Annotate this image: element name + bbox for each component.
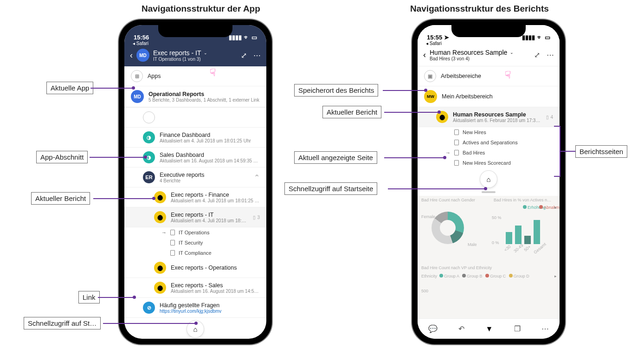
page-icon bbox=[454, 160, 459, 166]
callout: Aktuell angezeigte Seite bbox=[294, 151, 377, 164]
callout: Aktueller Bericht bbox=[31, 192, 90, 205]
status-time: 15:55 ➤ bbox=[427, 34, 449, 41]
report-bottom-toolbar: 💬 ↶ ▼ ❐ ⋯ bbox=[418, 318, 560, 339]
phone-app-nav: 15:56 ▮▮▮▮ ᯤ ▭ ◂ Safari ‹ MD Exec report… bbox=[119, 19, 272, 344]
drag-handle[interactable] bbox=[482, 191, 496, 193]
report-icon: ⬤ bbox=[154, 211, 166, 223]
report-icon: ⬤ bbox=[154, 262, 166, 274]
back-to-app[interactable]: ◂ Safari bbox=[418, 41, 560, 46]
my-workspace-row[interactable]: MW Mein Arbeitsbereich bbox=[418, 86, 560, 107]
page-icon bbox=[454, 140, 459, 145]
signal-icon: ▮▮▮▮ bbox=[229, 34, 242, 41]
report-page[interactable]: Actives and Separations bbox=[418, 137, 560, 148]
apps-icon: ⊞ bbox=[131, 70, 143, 82]
app-sub: 5 Berichte, 3 Dashboards, 1 Abschnitt, 1… bbox=[148, 97, 260, 103]
report-page[interactable]: IT Compliance bbox=[124, 248, 266, 258]
page-icon bbox=[454, 150, 459, 155]
link-icon: ⊘ bbox=[143, 302, 155, 314]
workspace-avatar: MW bbox=[424, 90, 437, 103]
report-page[interactable]: →IT Operations bbox=[124, 227, 266, 238]
more-icon[interactable]: ⋯ bbox=[541, 324, 549, 333]
signal-icon: ▮▮▮▮ bbox=[522, 34, 535, 41]
callout: Aktuelle App bbox=[46, 82, 93, 94]
comment-icon[interactable]: 💬 bbox=[428, 324, 438, 333]
nav-list: ▣ Arbeitsbereiche MW Mein Arbeitsbereich… bbox=[418, 66, 560, 318]
page-count-badge: ▯ 3 bbox=[253, 215, 260, 220]
dashboard-icon: ◑ bbox=[143, 131, 155, 143]
donut-chart bbox=[431, 212, 464, 244]
collapse-icon[interactable]: ⌃ bbox=[254, 173, 260, 182]
pages-icon[interactable]: ❐ bbox=[514, 324, 521, 333]
home-icon: ⌂ bbox=[193, 325, 197, 333]
header-title[interactable]: Exec reports - IT⌄ bbox=[153, 49, 237, 57]
workspaces-root-row[interactable]: ▣ Arbeitsbereiche bbox=[418, 66, 560, 86]
report-page[interactable]: New Hires Scorecard bbox=[418, 158, 560, 168]
app-header: ‹ MD Exec reports - IT⌄ IT Operations (1… bbox=[124, 46, 266, 66]
app-title: Operational Reports bbox=[148, 91, 260, 97]
back-icon[interactable]: ‹ bbox=[130, 51, 133, 60]
reset-icon[interactable]: ↶ bbox=[458, 324, 464, 333]
header-title[interactable]: Human Resources Sample⌄ bbox=[430, 49, 530, 56]
expand-icon[interactable]: ⤢ bbox=[534, 51, 540, 59]
status-icons: ▮▮▮▮ ᯤ ▭ bbox=[229, 34, 257, 41]
callout: Schnellzugriff auf St… bbox=[24, 317, 101, 329]
callout: Aktueller Bericht bbox=[322, 106, 381, 118]
current-page-arrow-icon: → bbox=[161, 230, 167, 235]
callout: App-Abschnitt bbox=[36, 151, 88, 163]
app-avatar: MD bbox=[131, 90, 144, 103]
battery-icon: ▭ bbox=[545, 34, 550, 41]
more-icon[interactable]: ⋯ bbox=[547, 51, 554, 59]
pointer-cursor-icon: ☟ bbox=[505, 69, 511, 81]
report-icon: ⬤ bbox=[154, 191, 166, 203]
status-icons: ▮▮▮▮ ᯤ ▭ bbox=[522, 34, 550, 41]
header-avatar: MD bbox=[136, 49, 149, 62]
list-item[interactable]: x bbox=[124, 107, 266, 128]
current-page-arrow-icon: → bbox=[445, 150, 451, 155]
callout: Schnellzugriff auf Startseite bbox=[284, 182, 377, 195]
list-item[interactable]: ⬤ Exec reports - Operations bbox=[124, 258, 266, 278]
home-icon: ⌂ bbox=[486, 175, 490, 183]
report-page[interactable]: New Hires bbox=[418, 127, 560, 137]
report-icon: ⬤ bbox=[154, 282, 166, 294]
callout: Berichtsseiten bbox=[575, 145, 627, 158]
section-row[interactable]: ER Executive reports4 Berichte ⌃ bbox=[124, 168, 266, 187]
apps-root-row[interactable]: ⊞ Apps bbox=[124, 66, 266, 86]
bar-chart bbox=[506, 216, 540, 244]
pointer-cursor-icon: ☟ bbox=[210, 67, 216, 79]
location-icon: ➤ bbox=[444, 34, 449, 41]
list-item[interactable]: ⬤ Exec reports - SalesAktualisiert am 16… bbox=[124, 278, 266, 298]
battery-icon: ▭ bbox=[251, 34, 257, 41]
section-avatar: ER bbox=[143, 171, 155, 183]
header-subtitle: IT Operations (1 von 3) bbox=[153, 57, 237, 62]
wifi-icon: ᯤ bbox=[244, 34, 250, 41]
report-page[interactable]: IT Security bbox=[124, 238, 266, 248]
status-time: 15:56 bbox=[134, 34, 149, 41]
back-icon[interactable]: ‹ bbox=[423, 50, 426, 60]
page-icon bbox=[170, 230, 175, 235]
report-page-current[interactable]: →Bad Hires bbox=[418, 148, 560, 158]
report-header: ‹ Human Resources Sample⌄ Bad Hires (3 v… bbox=[418, 46, 560, 66]
left-title: Navigationsstruktur der App bbox=[142, 4, 260, 14]
current-app-row[interactable]: MD Operational Reports 5 Berichte, 3 Das… bbox=[124, 86, 266, 107]
expand-icon[interactable]: ⤢ bbox=[241, 51, 247, 60]
more-icon[interactable]: ⋯ bbox=[253, 51, 261, 60]
callout: Link bbox=[78, 291, 100, 303]
page-count-badge: ▯ 4 bbox=[546, 115, 553, 120]
list-item[interactable]: ⬤ Exec reports - FinanceAktualisiert am … bbox=[124, 187, 266, 207]
home-button[interactable]: ⌂ bbox=[480, 171, 497, 187]
header-subtitle: Bad Hires (3 von 4) bbox=[430, 56, 530, 61]
list-item[interactable]: ◑ Finance DashboardAktualisiert am 4. Ju… bbox=[124, 128, 266, 148]
nav-list: ⊞ Apps MD Operational Reports 5 Berichte… bbox=[124, 66, 266, 339]
phone-notch bbox=[158, 25, 232, 37]
back-to-app[interactable]: ◂ Safari bbox=[124, 41, 266, 46]
page-icon bbox=[170, 250, 175, 256]
callout: Speicherort des Berichts bbox=[294, 84, 378, 97]
link-row[interactable]: ⊘ Häufig gestellte Fragenhttps://tinyurl… bbox=[124, 298, 266, 318]
bracket bbox=[554, 126, 560, 177]
chevron-down-icon: ⌄ bbox=[204, 51, 207, 55]
current-report-row[interactable]: ⬤ Exec reports - ITAktualisiert am 4. Ju… bbox=[124, 207, 266, 227]
chevron-down-icon: ⌄ bbox=[510, 50, 514, 55]
filter-icon[interactable]: ▼ bbox=[486, 325, 493, 333]
page-icon bbox=[170, 240, 175, 245]
page-icon bbox=[454, 129, 459, 135]
